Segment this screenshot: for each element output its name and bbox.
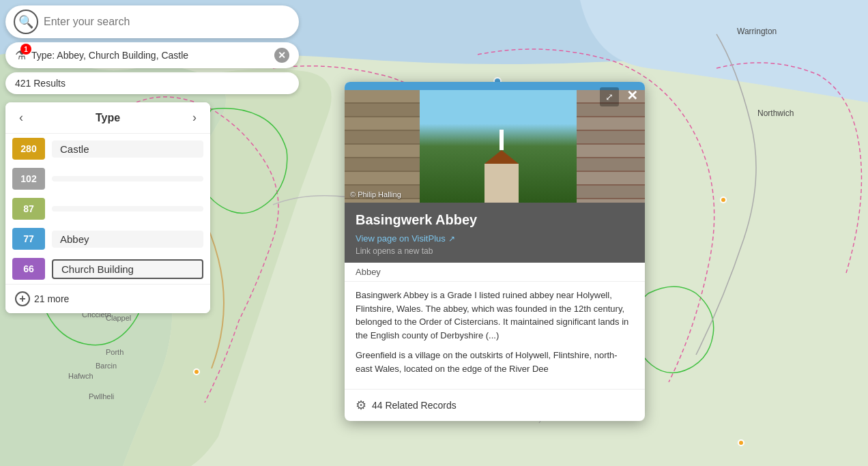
search-button[interactable]: 🔍 (14, 10, 38, 34)
castle-label: Castle (52, 141, 203, 158)
svg-text:Barcin: Barcin (96, 362, 117, 370)
image-green-middle (420, 90, 583, 203)
svg-text:Hafwch: Hafwch (68, 372, 93, 380)
type-item-church[interactable]: 66 Church Building (5, 254, 210, 284)
more-icon: + (15, 291, 30, 306)
svg-text:Clappel: Clappel (106, 314, 131, 322)
more-button[interactable]: + 21 more (5, 284, 210, 313)
type-panel: ‹ Type › 280 Castle 102 87 77 Abbey 66 C… (5, 102, 210, 313)
modal-footer: ⚙ 44 Related Records (345, 389, 645, 421)
modal-description-1: Basingwerk Abbey is a Grade I listed rui… (356, 289, 634, 342)
modal-visit-link-text: View page on VisitPlus (356, 233, 446, 244)
modal-title: Basingwerk Abbey (356, 212, 634, 228)
abbey-label: Abbey (52, 231, 203, 248)
search-row: 🔍 (5, 5, 299, 38)
search-area: 🔍 ⚗ 1 Type: Abbey, Church Building, Cast… (5, 5, 299, 94)
filter-row: ⚗ 1 Type: Abbey, Church Building, Castle… (5, 42, 299, 68)
church-count: 66 (12, 258, 45, 280)
image-stone-left (345, 90, 426, 203)
related-records-text: 44 Related Records (372, 400, 457, 411)
external-link-icon: ↗ (448, 234, 455, 244)
type-item-102[interactable]: 102 (5, 164, 210, 194)
label-87 (52, 206, 203, 212)
modal-description-2: Greenfield is a village on the outskirts… (356, 349, 634, 375)
svg-text:Northwich: Northwich (757, 108, 794, 118)
filter-text: Type: Abbey, Church Building, Castle (31, 50, 269, 61)
type-header: ‹ Type › (5, 102, 210, 134)
map-dot-5 (720, 196, 727, 203)
filter-clear-button[interactable]: ✕ (274, 48, 289, 63)
type-item-castle[interactable]: 280 Castle (5, 134, 210, 164)
type-item-87[interactable]: 87 (5, 194, 210, 224)
modal-visit-link[interactable]: View page on VisitPlus ↗ (356, 233, 455, 244)
svg-text:Warrington: Warrington (737, 27, 777, 36)
map-dot-6 (738, 439, 744, 446)
filter-icon-container: ⚗ 1 (15, 48, 26, 63)
svg-text:Porth: Porth (106, 348, 124, 356)
results-count: 421 Results (5, 72, 299, 94)
label-102 (52, 176, 203, 181)
image-stone-right (577, 90, 645, 203)
svg-text:Pwllheli: Pwllheli (89, 392, 114, 401)
modal-title-area: Basingwerk Abbey View page on VisitPlus … (345, 203, 645, 263)
modal-body[interactable]: Basingwerk Abbey is a Grade I listed rui… (345, 282, 645, 389)
count-87: 87 (12, 198, 45, 220)
modal-link-note: Link opens a new tab (356, 246, 634, 256)
detail-modal: ✕ ⤢ © Philip Halling Basingwerk Abbey Vi… (345, 82, 645, 421)
church-label: Church Building (52, 259, 203, 279)
castle-count: 280 (12, 138, 45, 160)
count-102: 102 (12, 168, 45, 190)
modal-type-tag: Abbey (345, 263, 645, 282)
filter-badge: 1 (20, 44, 31, 55)
type-next-button[interactable]: › (188, 109, 201, 126)
more-label: 21 more (34, 293, 69, 304)
map-dot-7 (193, 368, 200, 375)
modal-close-button[interactable]: ✕ (626, 87, 638, 104)
type-prev-button[interactable]: ‹ (15, 109, 27, 126)
type-header-label: Type (96, 112, 120, 124)
abbey-count: 77 (12, 228, 45, 250)
modal-photo-credit: © Philip Halling (350, 190, 401, 199)
modal-image: © Philip Halling (345, 90, 645, 203)
search-input[interactable] (44, 16, 291, 28)
type-item-abbey[interactable]: 77 Abbey (5, 224, 210, 254)
modal-expand-button[interactable]: ⤢ (600, 87, 619, 106)
related-records-icon: ⚙ (356, 398, 366, 413)
